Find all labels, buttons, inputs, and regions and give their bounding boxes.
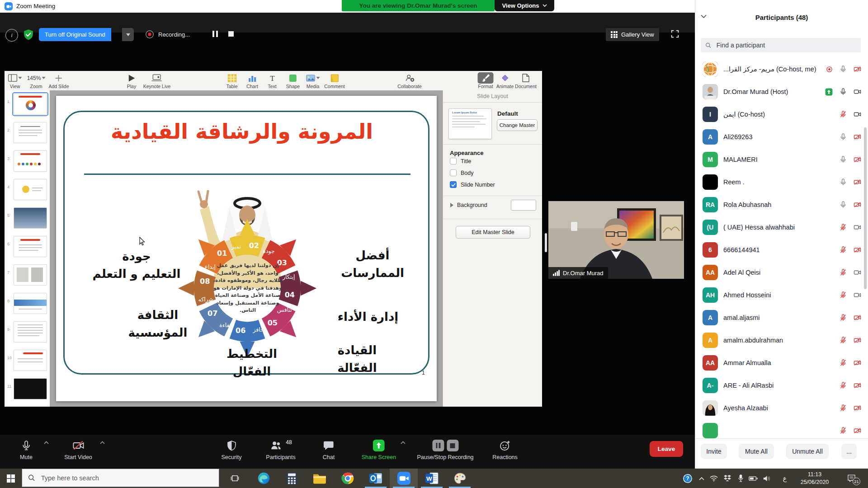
mic-icon[interactable] <box>839 404 847 412</box>
camera-icon[interactable] <box>853 65 862 73</box>
original-sound-dropdown[interactable] <box>122 28 134 41</box>
participant-row[interactable]: AH Ahmed Hosseini <box>695 284 868 306</box>
participant-row[interactable]: A Ali269263 <box>695 126 868 148</box>
camera-icon[interactable] <box>853 246 862 254</box>
mic-icon[interactable] <box>839 65 847 73</box>
speaker-icon[interactable] <box>760 469 773 488</box>
mic-icon[interactable] <box>839 155 847 164</box>
pause-recording-button[interactable] <box>212 30 219 38</box>
keynote-toolbar-keynote-live[interactable]: Keynote Live <box>143 72 171 89</box>
taskbar-app-word[interactable]: W <box>418 469 446 488</box>
taskbar-app-zoom[interactable] <box>390 469 418 488</box>
camera-icon[interactable] <box>853 359 862 367</box>
mic-icon[interactable] <box>839 133 847 141</box>
mic-icon[interactable] <box>839 314 847 322</box>
participant-row[interactable]: I ايمن (Co-host) <box>695 103 868 126</box>
camera-icon[interactable] <box>853 381 862 389</box>
battery-icon[interactable] <box>747 469 760 488</box>
chevron-up-icon[interactable] <box>44 441 49 444</box>
participants-scrollbar[interactable] <box>864 127 867 289</box>
tray-mic-icon[interactable] <box>735 469 746 488</box>
mic-icon[interactable] <box>839 336 847 344</box>
keynote-toolbar-play[interactable]: Play <box>127 72 136 89</box>
keynote-toolbar-table[interactable]: Table <box>226 72 237 89</box>
background-row[interactable]: Background <box>450 202 487 208</box>
unmute-all-button[interactable]: Unmute All <box>786 444 829 459</box>
checkbox-checked-icon[interactable] <box>450 181 457 188</box>
checkbox-unchecked-icon[interactable] <box>450 158 457 164</box>
slide-thumbnail-1[interactable] <box>14 94 47 115</box>
participant-row[interactable]: M MALAMERI <box>695 148 868 171</box>
participant-row[interactable]: AA Ammar Almualla <box>695 352 868 374</box>
keynote-toolbar-collaborate[interactable]: Collaborate <box>397 72 422 89</box>
participant-row[interactable]: Dr.Omar Murad (Host) <box>695 80 868 103</box>
keynote-toolbar-document[interactable]: Document <box>515 72 537 89</box>
mic-icon[interactable] <box>839 201 847 209</box>
stop-recording-icon[interactable] <box>447 440 458 451</box>
mute-all-button[interactable]: Mute All <box>739 444 774 459</box>
slide-thumbnail-3[interactable] <box>14 150 47 172</box>
keynote-toolbar-comment[interactable]: Comment <box>324 72 345 89</box>
background-color-swatch[interactable] <box>511 200 536 211</box>
taskbar-app-outlook[interactable] <box>362 469 390 488</box>
keynote-toolbar-shape[interactable]: Shape <box>286 72 300 89</box>
control-participants-button[interactable]: 48 Participants <box>266 438 295 460</box>
participant-row[interactable]: Ayesha Alzaabi <box>695 397 868 419</box>
camera-icon[interactable] <box>853 268 862 277</box>
leave-button[interactable]: Leave <box>650 441 683 457</box>
view-options-button[interactable]: View Options <box>495 0 554 11</box>
slide-thumbnail-6[interactable] <box>14 236 47 257</box>
keynote-toolbar-text[interactable]: T Text <box>268 72 276 89</box>
appearance-option-row[interactable]: Title <box>450 158 471 164</box>
mic-icon[interactable] <box>839 178 847 186</box>
keynote-toolbar-media[interactable]: Media <box>306 72 320 89</box>
start-button[interactable] <box>0 469 22 488</box>
mic-icon[interactable] <box>839 110 847 118</box>
participant-row[interactable]: A- ARE - Ali AlRasbi <box>695 374 868 397</box>
participant-search-box[interactable] <box>701 38 861 52</box>
mic-icon[interactable] <box>839 381 847 389</box>
mic-icon[interactable] <box>839 88 847 96</box>
taskbar-app-edge[interactable] <box>250 469 278 488</box>
camera-icon[interactable] <box>853 291 862 299</box>
tray-overflow-chevron[interactable] <box>696 469 707 488</box>
control-security-button[interactable]: Security <box>221 438 241 460</box>
appearance-option-row[interactable]: Slide Number <box>450 181 495 188</box>
fullscreen-button[interactable] <box>670 29 680 39</box>
control-mute-button[interactable]: Mute <box>20 438 33 460</box>
camera-icon[interactable] <box>853 110 862 118</box>
chevron-up-icon[interactable] <box>401 441 406 444</box>
more-options-button[interactable]: ... <box>841 444 857 459</box>
participant-row[interactable] <box>695 419 868 438</box>
invite-button[interactable]: Invite <box>701 444 727 459</box>
camera-icon[interactable] <box>853 223 862 231</box>
taskbar-search-input[interactable] <box>40 474 213 482</box>
control-share-button[interactable]: Share Screen <box>362 438 396 460</box>
keynote-toolbar-chart[interactable]: Chart <box>246 72 258 89</box>
slide-thumbnail-5[interactable] <box>14 207 47 229</box>
mic-icon[interactable] <box>839 223 847 231</box>
participant-row[interactable]: ...مريم- مركز القرا (Co-host, me) <box>695 58 868 80</box>
pause-recording-icon[interactable] <box>432 440 444 451</box>
task-view-button[interactable] <box>224 469 245 488</box>
camera-icon[interactable] <box>853 133 862 141</box>
appearance-option-row[interactable]: Body <box>450 169 474 176</box>
camera-icon[interactable] <box>853 427 862 435</box>
gallery-view-button[interactable]: Gallery View <box>606 28 659 41</box>
control-reactions-button[interactable]: Reactions <box>492 438 518 460</box>
participant-search-input[interactable] <box>716 41 856 49</box>
taskbar-app-calculator[interactable] <box>278 469 306 488</box>
slide-thumbnail-11[interactable] <box>14 378 47 399</box>
camera-icon[interactable] <box>853 404 862 412</box>
mic-icon[interactable] <box>839 291 847 299</box>
mic-icon[interactable] <box>839 427 847 435</box>
participant-row[interactable]: RA Rola Abuhasnah <box>695 193 868 216</box>
participant-row[interactable]: A amalm.abdulrahman <box>695 329 868 352</box>
slide-thumbnail-10[interactable] <box>14 350 47 371</box>
participant-row[interactable]: AA Adel Al Qeisi <box>695 261 868 284</box>
mic-icon[interactable] <box>839 359 847 367</box>
master-slide-thumbnail[interactable]: Lorem Ipsum Dolor <box>448 108 492 139</box>
slide-thumbnail-2[interactable] <box>14 122 47 143</box>
dropbox-icon[interactable] <box>722 469 733 488</box>
change-master-button[interactable]: Change Master <box>497 119 538 131</box>
